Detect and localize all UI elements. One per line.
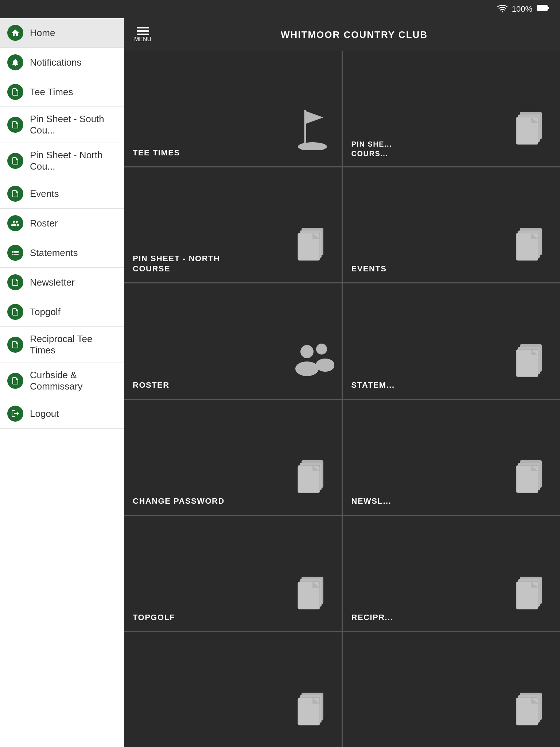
sidebar-item-tee-times[interactable]: Tee Times <box>0 77 124 107</box>
svg-rect-2 <box>547 7 549 9</box>
tile-label-statements: STATEM... <box>351 380 552 391</box>
sidebar-item-roster[interactable]: Roster <box>0 209 124 238</box>
menu-button[interactable]: MENU <box>134 27 151 43</box>
hamburger-icon <box>137 27 149 35</box>
sidebar-label-events: Events <box>30 188 59 200</box>
tee-times-icon <box>7 84 23 100</box>
sidebar-label-tee-times: Tee Times <box>30 86 73 98</box>
content-area: MENU WHITMOOR COUNTRY CLUB TEE <box>124 18 560 747</box>
sidebar-item-home[interactable]: Home <box>0 18 124 48</box>
tile-roster[interactable]: ROSTER <box>124 283 342 399</box>
newsletter-icon <box>7 274 23 290</box>
sidebar-label-pin-sheet-north: Pin Sheet - North Cou... <box>30 150 117 172</box>
sidebar-item-logout[interactable]: Logout <box>0 399 124 429</box>
tile-topgolf[interactable]: TOPGOLF <box>124 516 342 631</box>
sidebar-item-reciprocal-tee-times[interactable]: Reciprocal Tee Times <box>0 327 124 363</box>
doc-icon-extra <box>513 691 553 732</box>
sidebar-item-curbside-commissary[interactable]: Curbside & Commissary <box>0 363 124 399</box>
sidebar-item-events[interactable]: Events <box>0 179 124 209</box>
tile-pin-sheet-north[interactable]: PIN SHEET - NORTHCOURSE <box>124 167 342 283</box>
svg-rect-1 <box>537 5 547 11</box>
sidebar-label-pin-sheet-south: Pin Sheet - South Cou... <box>30 113 117 136</box>
tile-label-pin-sheet-north: PIN SHEET - NORTHCOURSE <box>133 253 333 274</box>
statements-icon <box>7 245 23 261</box>
svg-marker-4 <box>305 111 323 124</box>
tiles-grid: TEE TIMES PIN SHE...COURS... <box>124 51 560 747</box>
status-bar: 100% <box>0 0 560 18</box>
topgolf-icon <box>7 304 23 320</box>
tile-label-tee-times: TEE TIMES <box>133 148 333 158</box>
doc-icon-topgolf <box>294 575 334 616</box>
roster-tile-icon <box>291 339 334 384</box>
sidebar-label-curbside-commissary: Curbside & Commissary <box>30 369 117 392</box>
pin-sheet-north-icon <box>7 153 23 169</box>
sidebar-label-notifications: Notifications <box>30 57 82 68</box>
tile-label-pin-sheet-south: PIN SHE...COURS... <box>351 139 552 158</box>
doc-icon-change-password <box>294 458 334 500</box>
club-name: WHITMOOR COUNTRY CLUB <box>159 29 550 40</box>
doc-icon-newsletter <box>513 458 553 500</box>
svg-point-0 <box>502 11 503 12</box>
logout-icon <box>7 406 23 422</box>
sidebar-label-topgolf: Topgolf <box>30 306 61 318</box>
topbar: MENU WHITMOOR COUNTRY CLUB <box>124 18 560 51</box>
sidebar-label-home: Home <box>30 27 55 39</box>
svg-point-18 <box>300 345 314 358</box>
tile-statements[interactable]: STATEM... <box>343 283 560 399</box>
wifi-icon <box>497 4 508 14</box>
events-icon <box>7 186 23 202</box>
main-layout: Home Notifications Tee Times Pin Sheet -… <box>0 18 560 747</box>
tile-label-newsletter: NEWSL... <box>351 496 552 507</box>
doc-icon-reciprocal <box>513 575 553 616</box>
tile-label-change-password: CHANGE PASSWORD <box>133 496 333 507</box>
tile-tee-times[interactable]: TEE TIMES <box>124 51 342 166</box>
sidebar-item-statements[interactable]: Statements <box>0 238 124 268</box>
doc-icon-events <box>513 226 553 268</box>
svg-point-20 <box>316 344 327 355</box>
sidebar-label-logout: Logout <box>30 408 59 419</box>
bell-icon <box>7 54 23 70</box>
sidebar: Home Notifications Tee Times Pin Sheet -… <box>0 18 124 747</box>
tile-newsletter[interactable]: NEWSL... <box>343 400 560 515</box>
sidebar-label-newsletter: Newsletter <box>30 277 75 288</box>
tile-label-roster: ROSTER <box>133 380 333 391</box>
pin-sheet-south-icon <box>7 117 23 133</box>
tile-curbside[interactable] <box>124 632 342 747</box>
svg-point-19 <box>295 361 319 376</box>
sidebar-item-topgolf[interactable]: Topgolf <box>0 297 124 327</box>
battery-icon <box>537 4 549 14</box>
sidebar-label-roster: Roster <box>30 218 58 229</box>
sidebar-label-statements: Statements <box>30 247 78 259</box>
doc-icon-statements <box>513 342 553 384</box>
tile-reciprocal[interactable]: RECIPR... <box>343 516 560 631</box>
tile-change-password[interactable]: CHANGE PASSWORD <box>124 400 342 515</box>
reciprocal-icon <box>7 337 23 353</box>
doc-icon-curbside <box>294 691 334 732</box>
tile-label-events: EVENTS <box>351 264 552 274</box>
home-icon <box>7 25 23 41</box>
svg-point-21 <box>316 359 334 372</box>
flag-icon <box>291 107 334 152</box>
battery-percentage: 100% <box>512 4 532 14</box>
sidebar-item-pin-sheet-south[interactable]: Pin Sheet - South Cou... <box>0 107 124 143</box>
tile-label-reciprocal: RECIPR... <box>351 612 552 623</box>
sidebar-label-reciprocal-tee-times: Reciprocal Tee Times <box>30 333 117 356</box>
tile-extra[interactable] <box>343 632 560 747</box>
curbside-icon <box>7 373 23 389</box>
sidebar-item-notifications[interactable]: Notifications <box>0 48 124 77</box>
sidebar-item-newsletter[interactable]: Newsletter <box>0 268 124 297</box>
sidebar-item-pin-sheet-north[interactable]: Pin Sheet - North Cou... <box>0 143 124 179</box>
tile-label-topgolf: TOPGOLF <box>133 612 333 623</box>
menu-label: MENU <box>134 36 151 43</box>
tile-events[interactable]: EVENTS <box>343 167 560 283</box>
roster-icon <box>7 215 23 231</box>
tile-pin-sheet-south[interactable]: PIN SHE...COURS... <box>343 51 560 166</box>
